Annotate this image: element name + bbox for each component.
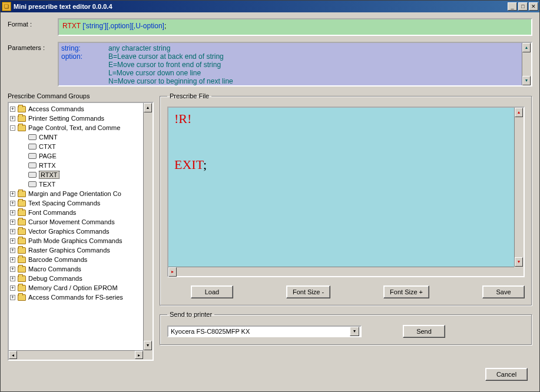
param-desc: B=Leave cursor at back end of string xyxy=(108,52,224,61)
folder-icon xyxy=(18,210,26,216)
expand-icon[interactable]: + xyxy=(10,267,15,272)
command-tree[interactable]: +Access Commands+Printer Setting Command… xyxy=(8,102,154,361)
tree-item-label: Debug Commands xyxy=(28,275,82,282)
tree-item[interactable]: CTXT xyxy=(10,142,143,151)
expand-icon[interactable]: + xyxy=(10,276,15,281)
tree-item[interactable]: +Raster Graphics Commands xyxy=(10,245,143,255)
scroll-right-icon[interactable]: ▸ xyxy=(168,267,177,277)
tree-vscrollbar[interactable]: ▴ ▾ xyxy=(143,103,153,350)
collapse-icon[interactable]: - xyxy=(10,125,15,131)
tree-item-label: Vector Graphics Commands xyxy=(28,228,110,235)
expand-icon[interactable]: + xyxy=(10,248,15,253)
leaf-icon xyxy=(28,134,37,140)
expand-icon[interactable]: + xyxy=(10,210,15,215)
tree-item[interactable]: +Debug Commands xyxy=(10,274,143,283)
tree-item-label: Macro Commands xyxy=(28,265,81,273)
tree-item[interactable]: +Macro Commands xyxy=(10,264,143,274)
tree-item[interactable]: +Access Commands for FS-series xyxy=(10,293,143,302)
scroll-left-icon[interactable]: ◂ xyxy=(9,351,17,359)
leaf-icon xyxy=(28,162,37,168)
expand-icon[interactable]: + xyxy=(10,229,15,234)
param-desc: L=Move cursor down one line xyxy=(108,69,201,77)
tree-item[interactable]: +Memory Card / Option EPROM xyxy=(10,283,143,293)
main-window: ❏ Mini prescribe text editor 0.0.0.4 _ □… xyxy=(0,0,540,392)
save-button[interactable]: Save xyxy=(482,285,525,298)
tree-item[interactable]: TEXT xyxy=(10,180,143,189)
client-area: Format : RTXT ['string'][,option][,U-opt… xyxy=(1,12,539,391)
folder-icon xyxy=(18,247,26,254)
param-desc: N=Move cursor to beginning of next line xyxy=(108,77,233,85)
scroll-down-icon[interactable]: ▾ xyxy=(144,341,152,350)
folder-icon xyxy=(18,285,26,291)
tree-item[interactable]: +Printer Setting Commands xyxy=(10,114,143,123)
folder-icon xyxy=(18,200,26,207)
prescribe-file-legend: Prescribe File xyxy=(167,92,211,99)
editor-hscrollbar[interactable]: ◂ ▸ xyxy=(168,267,514,276)
expand-icon[interactable]: + xyxy=(10,116,15,121)
expand-icon[interactable]: + xyxy=(10,238,15,244)
chevron-down-icon[interactable]: ▾ xyxy=(350,327,359,336)
tree-item[interactable]: RTXT xyxy=(10,170,143,180)
expand-icon[interactable]: + xyxy=(10,201,15,206)
load-button[interactable]: Load xyxy=(191,285,233,298)
expand-icon[interactable]: + xyxy=(10,257,15,263)
scroll-right-icon[interactable]: ▸ xyxy=(135,351,143,359)
scroll-up-icon[interactable]: ▴ xyxy=(144,103,152,112)
tree-item[interactable]: +Vector Graphics Commands xyxy=(10,227,143,236)
tree-item-label: Barcode Commands xyxy=(28,256,87,263)
tree-item[interactable]: +Font Commands xyxy=(10,208,143,217)
folder-icon xyxy=(18,115,26,122)
tree-item[interactable]: +Barcode Commands xyxy=(10,255,143,264)
folder-icon xyxy=(18,266,26,273)
app-icon: ❏ xyxy=(2,2,11,11)
send-button[interactable]: Send xyxy=(403,325,445,338)
editor-vscrollbar[interactable]: ▴ ▾ xyxy=(514,108,524,267)
scroll-down-icon[interactable]: ▾ xyxy=(522,76,531,85)
font-size-plus-button[interactable]: Font Size + xyxy=(383,285,429,298)
send-to-printer-group: Send to printer Kyocera FS-C8025MFP KX ▾… xyxy=(160,311,532,346)
tree-item-label: Printer Setting Commands xyxy=(28,115,104,122)
tree-item-label: Font Commands xyxy=(28,209,76,216)
folder-icon xyxy=(18,125,26,131)
folder-icon xyxy=(18,106,26,112)
tree-item[interactable]: +Text Spacing Commands xyxy=(10,198,143,208)
tree-item[interactable]: +Margin and Page Orientation Co xyxy=(10,189,143,198)
font-size-minus-button[interactable]: Font Size - xyxy=(286,285,330,298)
window-title: Mini prescribe text editor 0.0.0.4 xyxy=(14,3,112,10)
cancel-button[interactable]: Cancel xyxy=(485,368,528,381)
tree-heading: Prescribe Command Groups xyxy=(8,92,154,99)
titlebar[interactable]: ❏ Mini prescribe text editor 0.0.0.4 _ □… xyxy=(1,1,539,12)
parameters-scrollbar[interactable]: ▴ ▾ xyxy=(522,43,531,85)
tree-hscrollbar[interactable]: ◂ ▸ xyxy=(9,350,143,360)
folder-icon xyxy=(18,257,26,263)
tree-item[interactable]: RTTX xyxy=(10,161,143,170)
tree-item-label: TEXT xyxy=(39,181,55,188)
scroll-up-icon[interactable]: ▴ xyxy=(515,108,523,117)
editor-token: ; xyxy=(203,157,207,172)
minimize-button[interactable]: _ xyxy=(508,2,517,11)
editor-box[interactable]: !R!EXIT; ▴ ▾ ◂ ▸ xyxy=(167,107,525,277)
tree-item[interactable]: +Access Commands xyxy=(10,104,143,114)
tree-item[interactable]: CMNT xyxy=(10,132,143,142)
scroll-up-icon[interactable]: ▴ xyxy=(522,43,531,52)
tree-item-label: Access Commands xyxy=(28,105,84,112)
tree-item-label: Page Control, Text, and Comme xyxy=(28,124,120,131)
expand-icon[interactable]: + xyxy=(10,220,15,225)
tree-item[interactable]: +Path Mode Graphics Commands xyxy=(10,236,143,245)
close-button[interactable]: ✕ xyxy=(529,2,538,11)
leaf-icon xyxy=(28,153,37,159)
printer-select[interactable]: Kyocera FS-C8025MFP KX ▾ xyxy=(167,325,362,337)
leaf-icon xyxy=(28,172,37,178)
tree-item-label: Margin and Page Orientation Co xyxy=(28,190,121,197)
expand-icon[interactable]: + xyxy=(10,285,15,291)
tree-item[interactable]: -Page Control, Text, and Comme xyxy=(10,123,143,132)
expand-icon[interactable]: + xyxy=(10,191,15,197)
expand-icon[interactable]: + xyxy=(10,107,15,112)
tree-item-label: Access Commands for FS-series xyxy=(28,294,123,301)
scroll-down-icon[interactable]: ▾ xyxy=(515,257,523,267)
tree-item[interactable]: PAGE xyxy=(10,151,143,161)
tree-item[interactable]: +Cursor Movement Commands xyxy=(10,217,143,227)
expand-icon[interactable]: + xyxy=(10,295,15,300)
tree-item-label: PAGE xyxy=(39,152,57,160)
maximize-button[interactable]: □ xyxy=(518,2,528,11)
